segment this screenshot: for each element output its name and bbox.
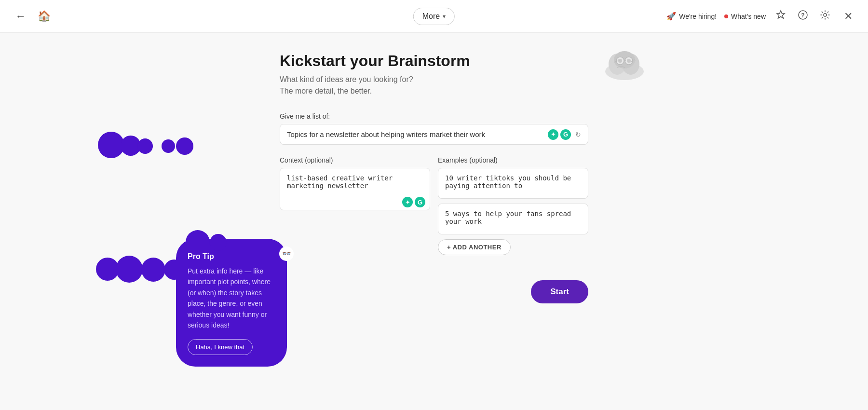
- notification-dot: [724, 14, 728, 18]
- nav-center: More ▾: [413, 8, 455, 25]
- svg-text:?: ?: [801, 12, 804, 19]
- svg-point-9: [618, 59, 622, 63]
- example-input-2[interactable]: 5 ways to help your fans spread your wor…: [438, 204, 588, 234]
- add-another-button[interactable]: + ADD ANOTHER: [438, 239, 511, 255]
- examples-list: 10 writer tiktoks you should be paying a…: [438, 168, 588, 255]
- whats-new-button[interactable]: What's new: [724, 13, 766, 20]
- nav-right: 🚀 We're hiring! What's new ? ✕: [666, 8, 856, 25]
- whats-new-label: What's new: [731, 13, 766, 20]
- more-label: More: [422, 12, 440, 21]
- svg-point-2: [824, 14, 827, 16]
- context-column: Context (optional) list-based creative w…: [280, 156, 430, 255]
- help-button[interactable]: ?: [796, 8, 810, 25]
- alert-button[interactable]: [773, 8, 788, 25]
- brain-illustration: [598, 42, 651, 97]
- start-button[interactable]: Start: [531, 280, 588, 303]
- center-panel: Kickstart your Brainstorm What kind of i…: [280, 52, 588, 303]
- context-grammarly-icon[interactable]: G: [415, 197, 425, 207]
- eye-icon: 👓: [279, 246, 294, 261]
- back-button[interactable]: ←: [12, 8, 30, 25]
- pro-tip-card: 👓 Pro Tip Put extra info here — like imp…: [176, 239, 287, 367]
- examples-label: Examples (optional): [438, 156, 588, 164]
- refresh-icon[interactable]: ↻: [573, 129, 583, 140]
- settings-button[interactable]: [818, 8, 832, 25]
- two-col-section: Context (optional) list-based creative w…: [280, 156, 588, 255]
- top-nav: ← 🏠 More ▾ 🚀 We're hiring! What's new ?: [0, 0, 868, 33]
- nav-left: ← 🏠: [12, 8, 51, 25]
- main-input-icons: ✦ G ↻: [548, 129, 583, 140]
- chevron-down-icon: ▾: [443, 13, 446, 20]
- more-button[interactable]: More ▾: [413, 8, 455, 25]
- page-title: Kickstart your Brainstorm: [280, 52, 588, 70]
- help-icon: ?: [798, 10, 808, 20]
- magic-wand-icon[interactable]: ✦: [548, 129, 558, 140]
- main-field-label: Give me a list of:: [280, 112, 588, 120]
- settings-icon: [820, 10, 830, 20]
- context-label: Context (optional): [280, 156, 430, 164]
- main-input-wrapper: ✦ G ↻: [280, 124, 588, 145]
- pro-tip-title: Pro Tip: [188, 252, 275, 261]
- context-input-icons: ✦ G: [402, 197, 425, 207]
- pro-tip-dismiss-button[interactable]: Haha, I knew that: [188, 339, 253, 355]
- hiring-label: We're hiring!: [679, 13, 717, 20]
- close-button[interactable]: ✕: [840, 8, 856, 25]
- rocket-icon: 🚀: [666, 12, 676, 21]
- context-magic-icon[interactable]: ✦: [402, 197, 413, 207]
- pro-tip-body: Put extra info here — like important plo…: [188, 266, 275, 330]
- svg-point-10: [627, 59, 631, 63]
- examples-column: Examples (optional) 10 writer tiktoks yo…: [438, 156, 588, 255]
- home-icon[interactable]: 🏠: [38, 10, 51, 23]
- context-input-wrapper: list-based creative writer marketing new…: [280, 168, 430, 212]
- example-input-1[interactable]: 10 writer tiktoks you should be paying a…: [438, 168, 588, 199]
- hiring-button[interactable]: 🚀 We're hiring!: [666, 12, 717, 21]
- alert-icon: [775, 10, 786, 20]
- page-subtitle: What kind of ideas are you looking for? …: [280, 74, 588, 97]
- main-idea-input[interactable]: [280, 124, 588, 145]
- grammarly-icon[interactable]: G: [560, 129, 571, 140]
